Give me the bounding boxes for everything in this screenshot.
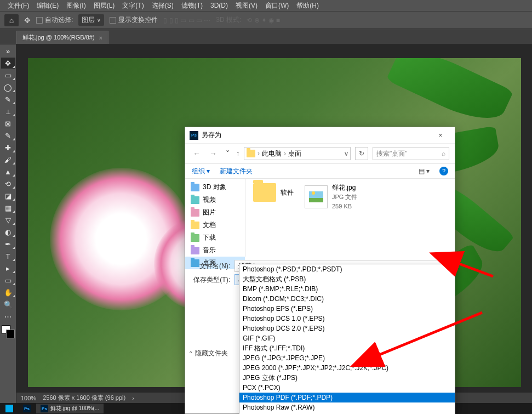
breadcrumb-part-desktop[interactable]: 桌面 [288, 149, 301, 158]
gradient-tool[interactable]: ▦ [1, 202, 15, 213]
dialog-close-button[interactable]: × [431, 132, 450, 139]
filetype-option[interactable]: Photoshop Raw (*.RAW) [239, 402, 455, 412]
eyedropper-tool[interactable]: ✎ [1, 130, 15, 141]
file-item-folder[interactable]: 软件 [253, 183, 294, 202]
background-color[interactable] [6, 330, 15, 338]
search-placeholder: 搜索"桌面" [376, 149, 408, 158]
menu-window[interactable]: 窗口(W) [265, 1, 289, 10]
file-type: JPG 文件 [332, 194, 357, 200]
history-brush-tool[interactable]: ⟲ [1, 178, 15, 189]
tree-item-videos[interactable]: 视频 [185, 194, 245, 206]
filetype-option[interactable]: Photoshop PDF (*.PDF;*.PDP) [239, 393, 455, 402]
auto-select-dropdown[interactable]: 图层∨ [78, 14, 104, 26]
hand-tool[interactable]: ✋ [1, 287, 15, 298]
organize-button[interactable]: 组织 ▾ [192, 167, 210, 176]
document-tab-bar: 鲜花.jpg @ 100%(RGB/8#) × [0, 29, 532, 44]
taskbar-ps-icon[interactable]: Ps [19, 404, 35, 413]
menu-image[interactable]: 图像(I) [66, 1, 85, 10]
filetype-dropdown[interactable]: Photoshop (*.PSD;*.PDD;*.PSDT)大型文档格式 (*.… [239, 264, 455, 414]
help-button[interactable]: ? [439, 167, 448, 175]
edit-toolbar[interactable]: ⋯ [1, 311, 15, 322]
status-chevron-icon[interactable]: › [132, 395, 134, 401]
shape-tool[interactable]: ▭ [1, 275, 15, 286]
filetype-option[interactable]: GIF (*.GIF) [239, 333, 455, 343]
menu-type[interactable]: 文字(T) [122, 1, 144, 10]
healing-tool[interactable]: ✚ [1, 142, 15, 153]
nav-back-button[interactable]: ← [191, 149, 203, 158]
nav-up-button[interactable]: ↑ [236, 150, 239, 157]
menu-3d[interactable]: 3D(D) [210, 2, 228, 9]
filetype-option[interactable]: IFF 格式 (*.IFF;*.TDI) [239, 343, 455, 353]
menu-select[interactable]: 选择(S) [152, 1, 174, 10]
breadcrumb-dropdown-icon[interactable]: v [345, 150, 348, 157]
filetype-option[interactable]: JPEG (*.JPG;*.JPEG;*.JPE) [239, 353, 455, 363]
folder-icon [191, 259, 199, 267]
options-bar: ⌂ ✥ 自动选择: 图层∨ 显示变换控件 ▯ ▯ ▯ ▭ ▭ ▭ ⋯ 3D 模式… [0, 11, 532, 29]
menu-layer[interactable]: 图层(L) [94, 1, 115, 10]
document-tab[interactable]: 鲜花.jpg @ 100%(RGB/8#) × [16, 31, 108, 44]
tree-item-music[interactable]: 音乐 [185, 244, 245, 257]
frame-tool[interactable]: ⊠ [1, 118, 15, 129]
transform-controls-checkbox[interactable] [110, 17, 116, 24]
move-tool-icon: ✥ [24, 16, 31, 25]
type-tool[interactable]: T [1, 251, 15, 262]
tree-item-downloads[interactable]: 下载 [185, 231, 245, 244]
filetype-option[interactable]: Dicom (*.DCM;*.DC3;*.DIC) [239, 294, 455, 304]
quick-select-tool[interactable]: ✎ [1, 94, 15, 105]
crop-tool[interactable]: ⟂ [1, 106, 15, 117]
refresh-button[interactable]: ↻ [355, 147, 368, 160]
tree-item-documents[interactable]: 文档 [185, 219, 245, 231]
taskbar-start[interactable] [1, 404, 18, 413]
filetype-option[interactable]: Photoshop DCS 1.0 (*.EPS) [239, 314, 455, 324]
menu-filter[interactable]: 滤镜(T) [181, 1, 203, 10]
chevron-down-icon[interactable]: ˅ [224, 149, 232, 158]
menu-view[interactable]: 视图(V) [236, 1, 258, 10]
filetype-option[interactable]: Photoshop (*.PSD;*.PDD;*.PSDT) [239, 264, 455, 274]
taskbar-active-window[interactable]: Ps鲜花.jpg @ 100%(... [36, 404, 104, 413]
filetype-option[interactable]: BMP (*.BMP;*.RLE;*.DIB) [239, 284, 455, 294]
dialog-body: 3D 对象 视频 图片 文档 下载 音乐 桌面 软件 鲜花.jpg JPG 文件… [185, 179, 455, 257]
home-button[interactable]: ⌂ [4, 14, 19, 26]
marquee-tool[interactable]: ▭ [1, 70, 15, 81]
auto-select-label: 自动选择: [45, 16, 73, 24]
menu-file[interactable]: 文件(F) [8, 1, 29, 10]
breadcrumb-part-pc[interactable]: 此电脑 [262, 149, 282, 158]
menu-help[interactable]: 帮助(H) [296, 1, 319, 10]
color-swatches[interactable] [2, 325, 15, 338]
dodge-tool[interactable]: ◐ [1, 226, 15, 237]
path-select-tool[interactable]: ▸ [1, 263, 15, 274]
file-list[interactable]: 软件 鲜花.jpg JPG 文件 259 KB [245, 179, 455, 257]
move-tool[interactable]: ✥ [1, 58, 15, 69]
filetype-option[interactable]: 大型文档格式 (*.PSB) [239, 274, 455, 284]
status-dimensions[interactable]: 2560 像素 x 1600 像素 (96 ppi) [43, 394, 125, 402]
tree-item-3d[interactable]: 3D 对象 [185, 181, 245, 194]
eraser-tool[interactable]: ◪ [1, 190, 15, 201]
brush-tool[interactable]: 🖌 [1, 154, 15, 165]
tree-item-pictures[interactable]: 图片 [185, 206, 245, 219]
filetype-option[interactable]: Photoshop DCS 2.0 (*.EPS) [239, 324, 455, 333]
status-zoom[interactable]: 100% [21, 395, 36, 401]
filetype-label: 保存类型(T): [192, 275, 230, 285]
filetype-option[interactable]: JPEG 2000 (*.JPF;*.JPX;*.JP2;*.J2C;*.J2K… [239, 363, 455, 373]
search-input[interactable]: 搜索"桌面" ⌕ [373, 147, 449, 160]
view-options-button[interactable]: ▤ ▾ [419, 167, 430, 175]
breadcrumb-sep: › [284, 150, 286, 157]
nav-forward-button[interactable]: → [207, 149, 219, 158]
filetype-option[interactable]: JPEG 立体 (*.JPS) [239, 373, 455, 383]
filetype-option[interactable]: PCX (*.PCX) [239, 383, 455, 393]
stamp-tool[interactable]: ▲ [1, 166, 15, 177]
document-tab-close[interactable]: × [99, 35, 102, 41]
menu-edit[interactable]: 编辑(E) [37, 1, 59, 10]
filetype-option[interactable]: Photoshop EPS (*.EPS) [239, 304, 455, 314]
hide-folders-button[interactable]: ⌃ 隐藏文件夹 [188, 349, 228, 358]
file-item-image[interactable]: 鲜花.jpg JPG 文件 259 KB [305, 183, 357, 211]
pen-tool[interactable]: ✒ [1, 239, 15, 249]
zoom-tool[interactable]: 🔍 [1, 299, 15, 310]
lasso-tool[interactable]: ◯ [1, 82, 15, 93]
breadcrumb[interactable]: › 此电脑 › 桌面 v [244, 147, 351, 160]
dialog-titlebar[interactable]: Ps 另存为 × [185, 127, 455, 144]
blur-tool[interactable]: ▽ [1, 214, 15, 225]
tool-expand-icon[interactable]: » [1, 46, 15, 56]
auto-select-checkbox[interactable] [36, 17, 43, 24]
new-folder-button[interactable]: 新建文件夹 [220, 167, 253, 176]
